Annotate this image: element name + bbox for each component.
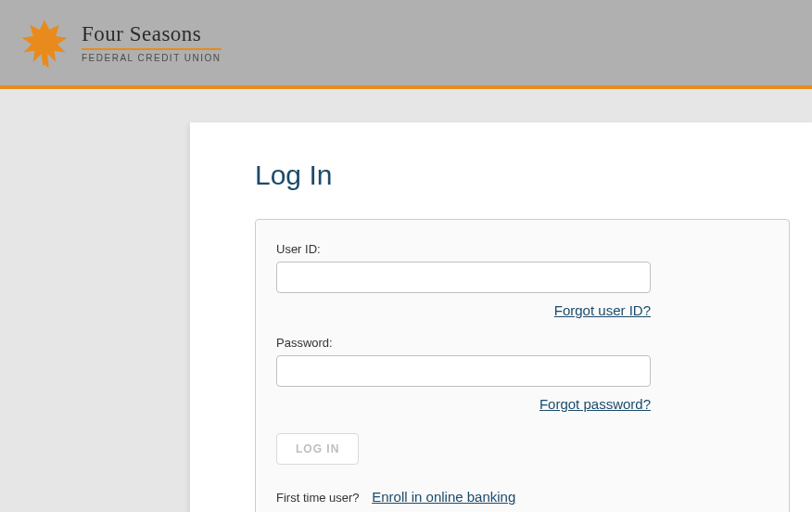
brand-name: Four Seasons	[82, 22, 222, 50]
first-time-prompt: First time user?	[276, 491, 360, 505]
forgot-password-link[interactable]: Forgot password?	[539, 396, 651, 412]
page-body: Log In User ID: Forgot user ID? Password…	[0, 89, 812, 512]
brand-logo[interactable]: Four Seasons FEDERAL CREDIT UNION	[19, 17, 222, 69]
brand-subtitle: FEDERAL CREDIT UNION	[82, 53, 222, 63]
enroll-link[interactable]: Enroll in online banking	[372, 489, 515, 505]
enroll-row: First time user? Enroll in online bankin…	[276, 489, 768, 505]
userid-label: User ID:	[276, 242, 768, 256]
password-input[interactable]	[276, 355, 651, 387]
password-label: Password:	[276, 336, 768, 350]
userid-input[interactable]	[276, 262, 651, 293]
login-card: Log In User ID: Forgot user ID? Password…	[190, 122, 812, 512]
leaf-icon	[19, 17, 70, 69]
brand-text: Four Seasons FEDERAL CREDIT UNION	[82, 22, 222, 63]
login-button[interactable]: LOG IN	[276, 433, 359, 465]
login-form-panel: User ID: Forgot user ID? Password: Forgo…	[255, 219, 790, 512]
page-title: Log In	[255, 160, 747, 191]
header-bar: Four Seasons FEDERAL CREDIT UNION	[0, 0, 812, 89]
forgot-userid-link[interactable]: Forgot user ID?	[554, 302, 651, 318]
